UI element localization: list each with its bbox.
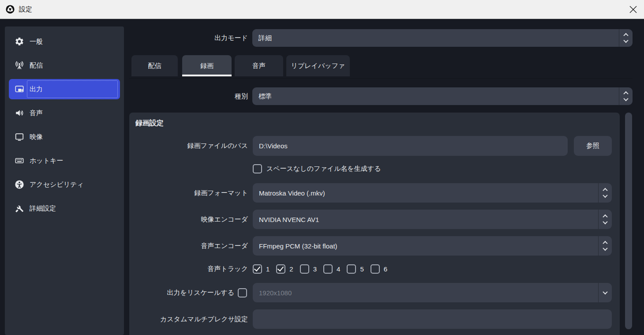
- keyboard-icon: [15, 156, 24, 166]
- format-select[interactable]: Matroska Video (.mkv): [253, 183, 612, 203]
- audio-tracks-row: 1 2 3 4 5 6: [253, 263, 394, 274]
- audio-track-2-label: 2: [289, 265, 293, 273]
- obs-logo-icon: [5, 4, 15, 14]
- format-value: Matroska Video (.mkv): [253, 183, 598, 203]
- spinner-icons: [598, 210, 612, 229]
- sidebar-item-general[interactable]: 一般: [9, 31, 120, 52]
- sidebar-item-label: 一般: [30, 38, 43, 46]
- muxer-input[interactable]: [253, 309, 612, 329]
- tab-label: 録画: [200, 62, 213, 70]
- sidebar-item-label: アクセシビリティ: [30, 181, 84, 189]
- muxer-label: カスタムマルチプレクサ設定: [129, 309, 248, 329]
- audio-track-4-label: 4: [337, 265, 340, 273]
- sidebar-item-output[interactable]: 出力: [9, 79, 120, 99]
- tab-audio[interactable]: 音声: [235, 55, 283, 76]
- chevron-up-icon: [603, 215, 607, 219]
- rescale-checkbox[interactable]: [238, 288, 247, 297]
- chevron-down-icon: [603, 290, 607, 294]
- audio-encoder-select[interactable]: FFmpeg PCM (32-bit float): [253, 236, 612, 256]
- recording-path-input[interactable]: D:\Videos: [253, 136, 568, 156]
- audio-track-5-label: 5: [360, 265, 363, 273]
- chevron-up-icon: [623, 33, 628, 38]
- recording-path-label: 録画ファイルのパス: [129, 136, 248, 156]
- output-mode-value: 詳細: [252, 29, 619, 47]
- audio-encoder-value: FFmpeg PCM (32-bit float): [253, 236, 598, 256]
- tab-stream[interactable]: 配信: [131, 55, 178, 76]
- spinner-icons: [619, 29, 633, 47]
- tab-label: 音声: [252, 62, 266, 70]
- audio-track-3-label: 3: [313, 265, 317, 273]
- titlebar: 設定: [0, 0, 644, 19]
- close-icon: [629, 6, 637, 13]
- speaker-icon: [15, 108, 24, 118]
- chevron-down-icon: [603, 193, 607, 198]
- output-mode-label: 出力モード: [146, 29, 248, 47]
- audio-tracks-label: 音声トラック: [129, 263, 248, 274]
- video-encoder-select[interactable]: NVIDIA NVENC AV1: [253, 210, 612, 229]
- tab-label: 配信: [148, 62, 161, 70]
- close-button[interactable]: [625, 2, 640, 17]
- recording-path-value: D:\Videos: [259, 142, 288, 150]
- sidebar-item-audio[interactable]: 音声: [9, 103, 120, 123]
- sidebar-item-hotkeys[interactable]: ホットキー: [9, 151, 120, 171]
- tab-replay-buffer[interactable]: リプレイバッファ: [286, 55, 350, 76]
- chevron-down-icon: [603, 246, 607, 251]
- broadcast-icon: [15, 60, 24, 70]
- audio-track-2-checkbox[interactable]: [276, 264, 285, 274]
- audio-track-4: 4: [323, 264, 340, 274]
- chevron-up-icon: [603, 188, 607, 193]
- sidebar-item-video[interactable]: 映像: [9, 127, 120, 147]
- sidebar-item-label: 配信: [30, 61, 43, 70]
- audio-track-3-checkbox[interactable]: [300, 264, 309, 274]
- focus-outline: [27, 80, 118, 98]
- chevron-down-icon: [623, 96, 628, 101]
- audio-encoder-label: 音声エンコーダ: [129, 236, 248, 256]
- audio-track-6: 6: [371, 264, 387, 274]
- accessibility-icon: [15, 180, 24, 189]
- audio-track-5-checkbox[interactable]: [347, 264, 356, 274]
- settings-window: { "titlebar": { "title": "設定" }, "sideba…: [0, 0, 644, 335]
- rescale-label: 出力をリスケールする: [129, 283, 234, 302]
- spinner-icons: [598, 236, 612, 256]
- tab-label: リプレイバッファ: [291, 62, 345, 70]
- section-title: 録画設定: [135, 119, 164, 128]
- type-label: 種別: [168, 87, 248, 105]
- gear-icon: [15, 37, 24, 46]
- window-title: 設定: [19, 5, 32, 14]
- output-mode-select[interactable]: 詳細: [252, 29, 633, 47]
- sidebar-item-label: ホットキー: [30, 157, 63, 165]
- scrollbar-thumb[interactable]: [625, 113, 632, 329]
- monitor-icon: [15, 132, 24, 142]
- audio-track-1-checkbox[interactable]: [253, 264, 262, 274]
- output-icon: [15, 84, 24, 94]
- type-value: 標準: [252, 87, 619, 105]
- chevron-down-icon: [623, 38, 628, 43]
- sidebar-item-label: 映像: [30, 133, 43, 141]
- audio-track-3: 3: [300, 264, 317, 274]
- rescale-select[interactable]: 1920x1080: [253, 283, 612, 302]
- sidebar-item-label: 音声: [30, 109, 43, 117]
- audio-track-1-label: 1: [266, 265, 270, 273]
- browse-button[interactable]: 参照: [574, 136, 612, 156]
- format-label: 録画フォーマット: [129, 183, 248, 203]
- sidebar-item-accessibility[interactable]: アクセシビリティ: [9, 174, 120, 195]
- audio-track-5: 5: [347, 264, 363, 274]
- video-encoder-value: NVIDIA NVENC AV1: [253, 210, 598, 229]
- type-select[interactable]: 標準: [252, 87, 633, 105]
- spinner-icons: [619, 87, 633, 105]
- tabbar-divider: [129, 78, 633, 79]
- chevron-down-icon: [603, 219, 607, 224]
- sidebar-item-stream[interactable]: 配信: [9, 55, 120, 75]
- tools-icon: [15, 203, 24, 213]
- chevron-up-icon: [623, 91, 628, 96]
- chevron-up-icon: [603, 241, 607, 246]
- audio-track-6-checkbox[interactable]: [371, 264, 380, 274]
- sidebar-item-advanced[interactable]: 詳細設定: [9, 198, 120, 218]
- browse-button-label: 参照: [586, 142, 599, 150]
- audio-track-4-checkbox[interactable]: [323, 264, 333, 274]
- no-space-checkbox[interactable]: [253, 164, 262, 173]
- rescale-checkbox-wrap: [238, 283, 247, 302]
- dropdown-arrow: [598, 283, 612, 302]
- settings-sidebar: 一般 配信 出力: [5, 26, 124, 335]
- tab-recording[interactable]: 録画: [182, 55, 232, 76]
